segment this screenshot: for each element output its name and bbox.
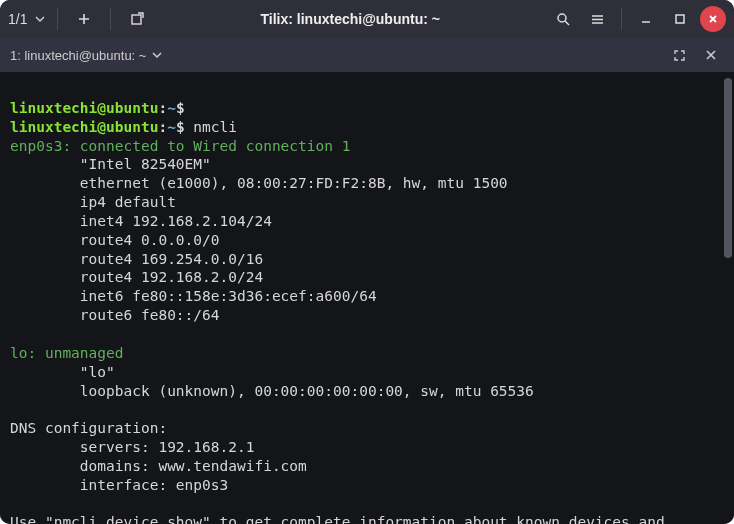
- maximize-button[interactable]: [666, 5, 694, 33]
- output-line: route6 fe80::/64: [10, 307, 220, 323]
- output-line: inet6 fe80::158e:3d36:ecef:a600/64: [10, 288, 377, 304]
- tab-label: 1: linuxtechi@ubuntu: ~: [10, 48, 146, 63]
- scrollbar-thumb[interactable]: [724, 78, 732, 258]
- prompt-symbol: $: [176, 100, 185, 116]
- output-line: ip4 default: [10, 194, 176, 210]
- output-line: ethernet (e1000), 08:00:27:FD:F2:8B, hw,…: [10, 175, 508, 191]
- tabbar: 1: linuxtechi@ubuntu: ~: [0, 38, 734, 72]
- session-counter: 1/1: [8, 11, 27, 27]
- output-line: route4 0.0.0.0/0: [10, 232, 220, 248]
- titlebar-left-group: 1/1: [8, 5, 151, 33]
- new-window-button[interactable]: [123, 5, 151, 33]
- app-window: 1/1 Tilix: linuxtechi@ubuntu: ~: [0, 0, 734, 524]
- search-button[interactable]: [549, 5, 577, 33]
- chevron-down-icon[interactable]: [152, 50, 162, 60]
- divider: [110, 8, 111, 30]
- minimize-button[interactable]: [632, 5, 660, 33]
- titlebar: 1/1 Tilix: linuxtechi@ubuntu: ~: [0, 0, 734, 38]
- titlebar-right-group: [549, 5, 726, 33]
- menu-button[interactable]: [583, 5, 611, 33]
- hint-line: Use "nmcli device show" to get complete …: [10, 514, 665, 524]
- divider: [57, 8, 58, 30]
- output-line: route4 192.168.2.0/24: [10, 269, 263, 285]
- prompt-symbol: $: [176, 119, 185, 135]
- prompt-path: ~: [167, 100, 176, 116]
- terminal-viewport[interactable]: linuxtechi@ubuntu:~$ linuxtechi@ubuntu:~…: [0, 72, 734, 524]
- fullscreen-pane-button[interactable]: [666, 42, 692, 68]
- close-pane-button[interactable]: [698, 42, 724, 68]
- prompt-colon: :: [158, 100, 167, 116]
- interface-header: lo: unmanaged: [10, 345, 124, 361]
- chevron-down-icon[interactable]: [35, 14, 45, 24]
- prompt-user: linuxtechi@ubuntu: [10, 100, 158, 116]
- divider: [621, 8, 622, 30]
- dns-header: DNS configuration:: [10, 420, 167, 436]
- output-line: loopback (unknown), 00:00:00:00:00:00, s…: [10, 383, 534, 399]
- interface-header: enp0s3: connected to Wired connection 1: [10, 138, 350, 154]
- output-line: inet4 192.168.2.104/24: [10, 213, 272, 229]
- output-line: domains: www.tendawifi.com: [10, 458, 307, 474]
- output-line: "lo": [10, 364, 115, 380]
- prompt-colon: :: [158, 119, 167, 135]
- svg-rect-0: [132, 15, 141, 24]
- svg-rect-2: [676, 15, 684, 23]
- svg-point-1: [558, 14, 566, 22]
- prompt-user: linuxtechi@ubuntu: [10, 119, 158, 135]
- command-text: nmcli: [185, 119, 237, 135]
- window-title: Tilix: linuxtechi@ubuntu: ~: [151, 11, 549, 27]
- output-line: route4 169.254.0.0/16: [10, 251, 263, 267]
- output-line: interface: enp0s3: [10, 477, 228, 493]
- output-line: "Intel 82540EM": [10, 156, 211, 172]
- tab[interactable]: 1: linuxtechi@ubuntu: ~: [10, 48, 162, 63]
- new-tab-button[interactable]: [70, 5, 98, 33]
- prompt-path: ~: [167, 119, 176, 135]
- close-button[interactable]: [700, 6, 726, 32]
- output-line: servers: 192.168.2.1: [10, 439, 254, 455]
